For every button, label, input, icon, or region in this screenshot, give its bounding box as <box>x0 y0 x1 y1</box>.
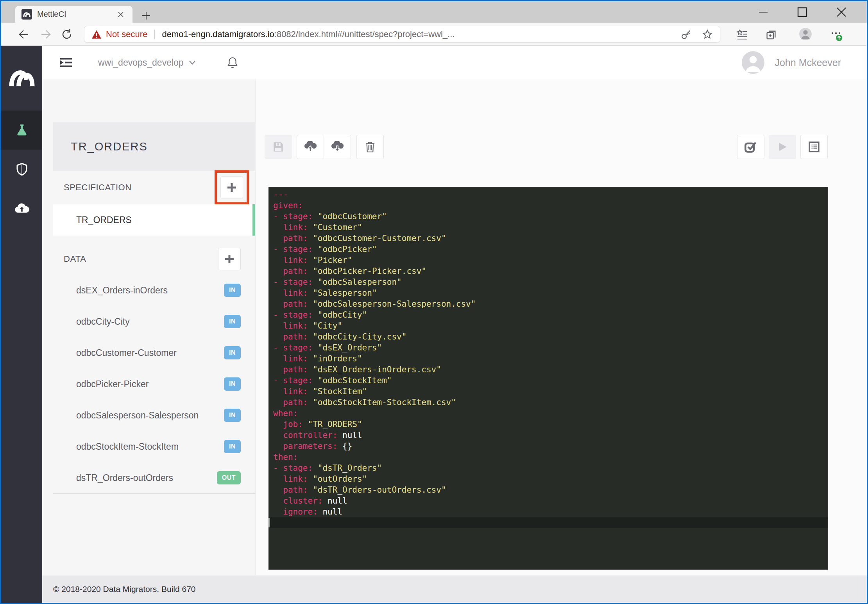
add-data-button[interactable] <box>218 248 241 270</box>
editor-line: cluster: null <box>273 495 828 506</box>
back-button[interactable] <box>18 28 30 41</box>
editor-line: - stage: "dsTR_Orders" <box>273 463 828 474</box>
cloud-upload-button[interactable] <box>297 135 324 159</box>
cloud-upload-icon <box>304 141 317 153</box>
add-specification-button[interactable] <box>220 176 243 199</box>
panel-title: TR_ORDERS <box>53 122 255 171</box>
editor-line: --- <box>273 189 828 200</box>
password-key-icon[interactable] <box>681 29 692 40</box>
editor-line: path: "odbcSalesperson-Salesperson.csv" <box>273 298 828 309</box>
direction-badge: IN <box>224 284 241 297</box>
favorites-bar-icon[interactable] <box>735 28 749 42</box>
flask-icon <box>15 123 29 137</box>
data-item[interactable]: odbcCity-CityIN <box>53 306 255 337</box>
main-content: ---given:- stage: "odbcCustomer" link: "… <box>256 79 867 575</box>
not-secure-label[interactable]: Not secure <box>106 29 147 39</box>
editor-line: path: "dsTR_Orders-outOrders.csv" <box>273 484 828 495</box>
data-item[interactable]: dsEX_Orders-inOrdersIN <box>53 275 255 306</box>
tab-title: MettleCI <box>37 10 115 19</box>
sidebar-item-deploy[interactable] <box>1 189 42 228</box>
editor-line: path: "odbcCustomer-Customer.csv" <box>273 233 828 244</box>
specification-list: TR_ORDERS <box>53 204 255 236</box>
editor-line: link: "StockItem" <box>273 386 828 397</box>
yaml-spec-editor[interactable]: ---given:- stage: "odbcCustomer" link: "… <box>268 187 828 570</box>
collections-icon[interactable] <box>764 28 778 42</box>
editor-line: - stage: "odbcCity" <box>273 309 828 320</box>
trash-button[interactable] <box>356 135 384 159</box>
data-item[interactable]: odbcCustomer-CustomerIN <box>53 337 255 368</box>
direction-badge: IN <box>224 346 241 359</box>
data-item[interactable]: odbcStockItem-StockItemIN <box>53 431 255 462</box>
project-name: wwi_devops_develop <box>98 57 184 68</box>
titlebar: MettleCI <box>1 1 867 23</box>
chevron-down-icon <box>188 60 196 65</box>
favorite-star-icon[interactable] <box>702 29 713 40</box>
tab-close-icon[interactable] <box>115 9 126 20</box>
not-secure-warning-icon <box>91 30 102 39</box>
sidebar-item-unittest[interactable] <box>1 111 42 150</box>
editor-line: - stage: "odbcCustomer" <box>273 211 828 222</box>
editor-line: parameters: {} <box>273 441 828 452</box>
annotation-highlight-box <box>215 170 249 205</box>
url-text[interactable]: demo1-engn.datamigrators.io:8082/index.h… <box>162 29 671 39</box>
cloud-download-icon <box>331 141 344 153</box>
window-controls <box>744 1 861 23</box>
mettleci-logo[interactable] <box>1 46 42 111</box>
project-selector[interactable]: wwi_devops_develop <box>98 57 196 68</box>
browser-toolbar: Not secure demo1-engn.datamigrators.io:8… <box>1 23 867 46</box>
save-icon <box>273 141 284 152</box>
app-topbar: wwi_devops_develop John Mckeever <box>42 46 867 79</box>
editor-line: job: "TR_ORDERS" <box>273 419 828 430</box>
maximize-button[interactable] <box>783 1 822 23</box>
editor-cursor-line <box>268 517 828 528</box>
notifications-bell-icon[interactable] <box>227 56 238 69</box>
browser-tab[interactable]: MettleCI <box>15 6 132 23</box>
data-item[interactable]: dsTR_Orders-outOrdersOUT <box>53 462 255 493</box>
user-avatar <box>742 51 764 74</box>
editor-toolbar-right <box>737 135 828 159</box>
direction-badge: IN <box>224 409 241 422</box>
copyright-text: © 2018-2020 Data Migrators. Build 670 <box>53 584 196 594</box>
data-item[interactable]: odbcSalesperson-SalespersonIN <box>53 400 255 431</box>
direction-badge: IN <box>224 377 241 391</box>
data-list: dsEX_Orders-inOrdersINodbcCity-CityINodb… <box>53 275 255 494</box>
data-item[interactable]: odbcPicker-PickerIN <box>53 368 255 400</box>
refresh-button[interactable] <box>61 28 73 41</box>
editor-line: given: <box>273 200 828 211</box>
minimize-button[interactable] <box>744 1 783 23</box>
editor-line: - stage: "odbcStockItem" <box>273 375 828 386</box>
editor-line: path: "odbcPicker-Picker.csv" <box>273 266 828 277</box>
editor-line: link: "Customer" <box>273 222 828 233</box>
new-tab-button[interactable] <box>140 10 152 21</box>
app-footer: © 2018-2020 Data Migrators. Build 670 <box>42 575 867 603</box>
sidebar-toggle-icon[interactable] <box>60 57 72 68</box>
data-label: DATA <box>64 254 86 264</box>
sidebar-item-compliance[interactable] <box>1 150 42 189</box>
user-menu[interactable]: John Mckeever <box>742 51 841 74</box>
data-item-label: dsTR_Orders-outOrders <box>76 473 217 483</box>
data-item-label: odbcStockItem-StockItem <box>76 441 224 452</box>
cloud-download-button[interactable] <box>324 135 351 159</box>
report-list-icon <box>808 141 820 153</box>
address-bar[interactable]: Not secure demo1-engn.datamigrators.io:8… <box>84 26 720 43</box>
report-list-button[interactable] <box>800 135 828 159</box>
close-button[interactable] <box>822 1 861 23</box>
specification-label: SPECIFICATION <box>64 182 132 193</box>
validate-check-button[interactable] <box>737 135 764 159</box>
run-play-icon <box>777 141 788 152</box>
editor-line: link: "inOrders" <box>273 353 828 364</box>
browser-menu-ellipsis-icon[interactable] <box>829 28 843 42</box>
trash-icon <box>365 141 376 153</box>
editor-line: - stage: "odbcPicker" <box>273 244 828 255</box>
save-button <box>265 135 292 159</box>
spec-panel: TR_ORDERS SPECIFICATION TR_ORDERS DATA <box>42 79 256 575</box>
browser-window: MettleCI <box>0 0 868 604</box>
data-item-label: odbcCustomer-Customer <box>76 348 224 358</box>
shield-icon <box>16 162 28 176</box>
validate-check-icon <box>744 141 757 153</box>
spec-item[interactable]: TR_ORDERS <box>53 204 255 236</box>
run-play-button <box>769 135 796 159</box>
url-host: demo1-engn.datamigrators.io <box>162 29 274 39</box>
forward-button[interactable] <box>39 28 52 41</box>
profile-avatar[interactable] <box>798 27 813 41</box>
